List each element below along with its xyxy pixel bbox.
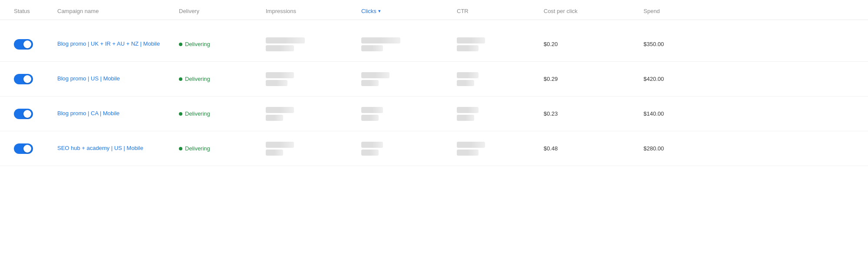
campaign-name-1[interactable]: Blog promo | UK + IR + AU + NZ | Mobile bbox=[57, 40, 172, 48]
ctr-blur-2 bbox=[457, 72, 537, 86]
impressions-cell-3 bbox=[262, 100, 358, 128]
clicks-cell-4 bbox=[358, 135, 453, 163]
status-dot-2 bbox=[179, 77, 182, 81]
blur-line-9 bbox=[361, 72, 389, 78]
impressions-cell-4 bbox=[262, 135, 358, 163]
ctr-cell-1 bbox=[453, 30, 540, 58]
spend-cell-2: $420.00 bbox=[640, 69, 705, 89]
impressions-blur-4 bbox=[266, 142, 354, 156]
status-dot-1 bbox=[179, 43, 182, 46]
blur-line-21 bbox=[361, 142, 383, 148]
table-row: Blog promo | US | Mobile Delivering bbox=[0, 62, 868, 97]
status-toggle-3[interactable] bbox=[14, 109, 33, 119]
spend-cell-4: $280.00 bbox=[640, 138, 705, 159]
blur-line-20 bbox=[266, 150, 283, 156]
cpc-cell-4: $0.48 bbox=[540, 138, 640, 159]
sort-arrow-icon: ▾ bbox=[378, 8, 381, 14]
header-ctr[interactable]: CTR bbox=[453, 8, 540, 14]
campaign-name-cell-2: Blog promo | US | Mobile bbox=[54, 68, 175, 90]
blur-line-4 bbox=[361, 45, 383, 51]
blur-line-6 bbox=[457, 45, 479, 51]
delivery-label-3: Delivering bbox=[185, 110, 210, 117]
spend-cell-3: $140.00 bbox=[640, 103, 705, 124]
cpc-cell-2: $0.29 bbox=[540, 69, 640, 89]
toggle-thumb-2 bbox=[23, 75, 31, 83]
ctr-blur-1 bbox=[457, 37, 537, 51]
table-row: SEO hub + academy | US | Mobile Deliveri… bbox=[0, 131, 868, 166]
campaign-name-3[interactable]: Blog promo | CA | Mobile bbox=[57, 110, 172, 117]
status-dot-4 bbox=[179, 147, 182, 150]
blur-line-14 bbox=[266, 115, 283, 121]
status-toggle-2[interactable] bbox=[14, 74, 33, 84]
status-cell-4 bbox=[10, 136, 54, 161]
status-toggle-1[interactable] bbox=[14, 39, 33, 50]
blur-line-17 bbox=[457, 107, 479, 113]
table-row: Blog promo | UK + IR + AU + NZ | Mobile … bbox=[0, 27, 868, 62]
impressions-blur-2 bbox=[266, 72, 354, 86]
delivery-cell-3: Delivering bbox=[175, 103, 262, 124]
clicks-cell-3 bbox=[358, 100, 453, 128]
blur-line-24 bbox=[457, 150, 479, 156]
delivery-status-3: Delivering bbox=[179, 110, 259, 117]
campaigns-table: Status Campaign name Delivery Impression… bbox=[0, 0, 868, 273]
blur-line-3 bbox=[361, 37, 400, 43]
ctr-blur-4 bbox=[457, 142, 537, 156]
table-row: Blog promo | CA | Mobile Delivering bbox=[0, 97, 868, 131]
clicks-cell-1 bbox=[358, 30, 453, 58]
delivery-label-1: Delivering bbox=[185, 41, 210, 47]
delivery-cell-1: Delivering bbox=[175, 34, 262, 54]
ctr-cell-2 bbox=[453, 65, 540, 93]
campaign-name-4[interactable]: SEO hub + academy | US | Mobile bbox=[57, 144, 172, 152]
clicks-blur-2 bbox=[361, 72, 450, 86]
top-spacer bbox=[0, 20, 868, 27]
delivery-label-4: Delivering bbox=[185, 145, 210, 152]
status-toggle-4[interactable] bbox=[14, 143, 33, 154]
toggle-track-4 bbox=[14, 143, 33, 154]
blur-line-16 bbox=[361, 115, 379, 121]
toggle-track-1 bbox=[14, 39, 33, 50]
campaign-name-2[interactable]: Blog promo | US | Mobile bbox=[57, 75, 172, 83]
impressions-cell-1 bbox=[262, 30, 358, 58]
header-delivery[interactable]: Delivery bbox=[175, 8, 262, 14]
delivery-cell-2: Delivering bbox=[175, 69, 262, 89]
blur-line-2 bbox=[266, 45, 294, 51]
impressions-blur-1 bbox=[266, 37, 354, 51]
clicks-blur-3 bbox=[361, 107, 450, 121]
header-status[interactable]: Status bbox=[10, 8, 54, 14]
blur-line-23 bbox=[457, 142, 485, 148]
blur-line-11 bbox=[457, 72, 479, 78]
blur-line-13 bbox=[266, 107, 294, 113]
status-cell-3 bbox=[10, 102, 54, 126]
blur-line-18 bbox=[457, 115, 474, 121]
status-cell-2 bbox=[10, 67, 54, 91]
header-spend[interactable]: Spend bbox=[640, 8, 705, 14]
ctr-cell-4 bbox=[453, 135, 540, 163]
header-impressions[interactable]: Impressions bbox=[262, 8, 358, 14]
blur-line-15 bbox=[361, 107, 383, 113]
blur-line-1 bbox=[266, 37, 305, 43]
blur-line-22 bbox=[361, 150, 379, 156]
cpc-cell-3: $0.23 bbox=[540, 103, 640, 124]
status-cell-1 bbox=[10, 32, 54, 57]
delivery-cell-4: Delivering bbox=[175, 138, 262, 159]
blur-line-7 bbox=[266, 72, 294, 78]
header-clicks[interactable]: Clicks ▾ bbox=[358, 8, 453, 14]
blur-line-8 bbox=[266, 80, 287, 86]
clicks-blur-1 bbox=[361, 37, 450, 51]
status-dot-3 bbox=[179, 112, 182, 116]
ctr-blur-3 bbox=[457, 107, 537, 121]
impressions-blur-3 bbox=[266, 107, 354, 121]
campaign-name-cell-4: SEO hub + academy | US | Mobile bbox=[54, 137, 175, 159]
header-campaign-name[interactable]: Campaign name bbox=[54, 8, 175, 14]
table-header: Status Campaign name Delivery Impression… bbox=[0, 0, 868, 20]
spend-cell-1: $350.00 bbox=[640, 34, 705, 54]
blur-line-10 bbox=[361, 80, 379, 86]
toggle-track-3 bbox=[14, 109, 33, 119]
blur-line-5 bbox=[457, 37, 485, 43]
toggle-thumb-4 bbox=[23, 145, 31, 153]
clicks-blur-4 bbox=[361, 142, 450, 156]
clicks-cell-2 bbox=[358, 65, 453, 93]
delivery-status-4: Delivering bbox=[179, 145, 259, 152]
header-cost-per-click[interactable]: Cost per click bbox=[540, 8, 640, 14]
delivery-status-1: Delivering bbox=[179, 41, 259, 47]
